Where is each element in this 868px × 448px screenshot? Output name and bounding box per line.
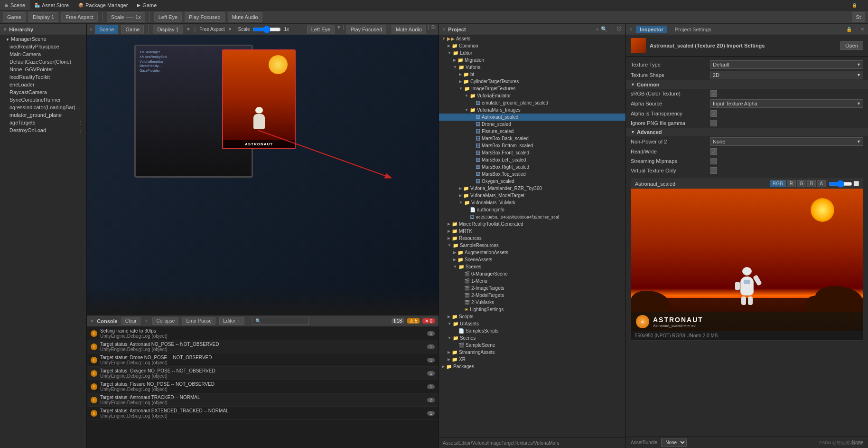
- console-msg-4[interactable]: ! Target status: Fissure NO_POSE -- NOT_…: [87, 380, 439, 393]
- menu-item-scene[interactable]: ⊞ Scene: [0, 0, 30, 10]
- console-msg-5[interactable]: ! Target status: Astronaut TRACKED -- NO…: [87, 393, 439, 407]
- mute-audio-control[interactable]: Mute Audio: [392, 25, 426, 34]
- hierarchy-item-10[interactable]: ageTargets ⋮: [0, 119, 86, 126]
- tree-scenes-sampleres[interactable]: ▼ 📁 Scenes: [439, 263, 625, 270]
- tree-marslander[interactable]: ▶ 📁 Vuforia_Marslander_RZR_Toy360: [439, 185, 625, 192]
- hierarchy-item-2[interactable]: DefaultGazeCursor(Clone): [0, 58, 86, 66]
- open-button[interactable]: Open: [840, 41, 863, 50]
- tree-marsbox-bottom[interactable]: 🖼 MarsBox.Bottom_scaled: [439, 142, 625, 149]
- console-search[interactable]: [252, 317, 309, 325]
- tree-cylinder[interactable]: ▶ 📁 CylinderTargetTextures: [439, 78, 625, 85]
- tree-packages[interactable]: ▶ 📁 Packages: [439, 363, 625, 370]
- project-more-btn[interactable]: ⋮: [609, 26, 615, 32]
- tree-2-image[interactable]: 🎬 2-ImageTargets: [439, 285, 625, 292]
- lock-icon[interactable]: 🔒: [846, 27, 852, 32]
- console-msg-0[interactable]: ! Setting frame rate to 30fps UnityEngin…: [87, 327, 439, 340]
- tree-samplesscripts[interactable]: 📄 SamplesScripts: [439, 327, 625, 334]
- tree-vuforia-emulator[interactable]: ▼ 📁 VuforiaEmulator: [439, 92, 625, 99]
- aspect-selector[interactable]: Free Aspect: [61, 12, 98, 22]
- common-section-header[interactable]: ▼ Common: [626, 80, 868, 89]
- mute-audio-btn[interactable]: Mute Audio: [228, 12, 262, 22]
- left-eye-control[interactable]: Left Eye: [307, 25, 335, 34]
- inspector-more-icon[interactable]: ⋮: [854, 27, 859, 32]
- alpha-source-dropdown[interactable]: Input Texture Alpha ▼: [710, 99, 863, 108]
- tree-vuforiamars-images[interactable]: ▼ 📁 VuforiaMars_Images: [439, 106, 625, 114]
- a-channel-btn[interactable]: A: [817, 180, 826, 187]
- scene-tab-active[interactable]: Scene: [95, 25, 118, 34]
- tree-mrtk[interactable]: ▶ 📁 MRTK: [439, 228, 625, 235]
- tree-imagetarget[interactable]: ▼ 📁 ImageTargetTextures: [439, 85, 625, 92]
- preview-slider[interactable]: [829, 181, 852, 186]
- ignore-png-check[interactable]: [710, 120, 717, 126]
- tree-ec2533[interactable]: 🖼 ec2533ebu...84669b28886a4f32bc7ec_scal: [439, 213, 625, 220]
- project-add-btn[interactable]: +: [596, 26, 598, 32]
- display-btn[interactable]: Display 1: [153, 25, 183, 34]
- tree-marsbox-front[interactable]: 🖼 MarsBox.Front_scaled: [439, 149, 625, 156]
- tree-vuforia[interactable]: ▼ 📁 Vuforia: [439, 64, 625, 71]
- streaming-check[interactable]: [710, 158, 717, 164]
- g-channel-btn[interactable]: G: [797, 180, 806, 187]
- tree-0-manager[interactable]: 🎬 0-ManagerScene: [439, 270, 625, 277]
- texture-type-dropdown[interactable]: Default ▼: [710, 60, 863, 69]
- scale-control[interactable]: Scale ── 1x: [107, 12, 145, 22]
- tree-editor[interactable]: ▼ 📁 Editor: [439, 49, 625, 57]
- alpha-transparency-check[interactable]: ✓: [710, 110, 717, 117]
- tree-streaming[interactable]: ▶ 📁 StreamingAssets: [439, 349, 625, 356]
- menu-item-package-manager[interactable]: 📦 Package Manager: [74, 0, 132, 10]
- console-msg-2[interactable]: ! Target status: Drone NO_POSE -- NOT_OB…: [87, 353, 439, 367]
- console-msg-6[interactable]: ! Target status: Astronaut EXTENDED_TRAC…: [87, 407, 439, 420]
- tree-scripts[interactable]: ▶ 📁 Scripts: [439, 313, 625, 320]
- tree-migration[interactable]: ▶ 📁 Migration: [439, 57, 625, 64]
- hierarchy-item-6[interactable]: RaycastCamera: [0, 88, 86, 96]
- texture-shape-dropdown[interactable]: 2D ▼: [710, 71, 863, 79]
- hierarchy-item-3[interactable]: None_GGVPointer: [0, 66, 86, 73]
- rgb-channel-btn[interactable]: RGB: [770, 180, 786, 187]
- console-msg-3[interactable]: ! Target status: Oxygen NO_POSE -- NOT_O…: [87, 367, 439, 380]
- hierarchy-item-1[interactable]: Main Camera: [0, 50, 86, 58]
- clear-button[interactable]: Clear: [121, 317, 140, 325]
- hierarchy-item-4[interactable]: ixedRealityToolkit: [0, 73, 86, 81]
- tree-vumark[interactable]: ▼ 📁 VuforiaMars_VuMark: [439, 199, 625, 206]
- game-tab[interactable]: Game: [121, 25, 144, 34]
- hierarchy-item-9[interactable]: mulator_ground_plane: [0, 111, 86, 119]
- tree-model-target[interactable]: ▶ 📁 VuforiaMars_ModelTarget: [439, 192, 625, 199]
- inspector-tab[interactable]: Inspector: [636, 26, 667, 33]
- hierarchy-item-0[interactable]: ixedRealityPlayspace: [0, 43, 86, 50]
- console-msg-1[interactable]: ! Target status: Astronaut NO_POSE -- NO…: [87, 340, 439, 353]
- tree-augmentation[interactable]: ▶ 📁 AugmentationAssets: [439, 249, 625, 256]
- tree-mixedreality-gen[interactable]: ▶ 📁 MixedRealityToolkit.Generated: [439, 220, 625, 228]
- inspector-close-icon[interactable]: ✕: [860, 27, 864, 32]
- tree-2-vumarks[interactable]: 🎬 2-VuMarks: [439, 299, 625, 306]
- menu-item-game[interactable]: ▶ Game: [132, 0, 161, 10]
- editor-button[interactable]: Editor ▼: [219, 317, 244, 325]
- tree-sample-resources[interactable]: ▼ 📁 SampleResources: [439, 242, 625, 249]
- tree-marsbox-back[interactable]: 🖼 MarsBox.Back_scaled: [439, 135, 625, 142]
- stats-btn[interactable]: St: [852, 12, 865, 22]
- error-pause-button[interactable]: Error Pause: [182, 317, 215, 325]
- hierarchy-item-7[interactable]: SyncCoroutineRunner: [0, 96, 86, 104]
- project-search-btn[interactable]: 🔍: [601, 26, 607, 32]
- advanced-section-header[interactable]: ▼ Advanced: [626, 128, 868, 136]
- tree-scene-assets[interactable]: ▶ 📁 SceneAssets: [439, 256, 625, 263]
- tree-emulator-ground[interactable]: 🖼 emulator_ground_plane_scaled: [439, 99, 625, 106]
- tree-marsbox-top[interactable]: 🖼 MarsBox.Top_scaled: [439, 171, 625, 178]
- scale-slider[interactable]: [252, 27, 281, 32]
- srgb-check[interactable]: ✓: [710, 90, 717, 97]
- r-channel-btn[interactable]: R: [787, 180, 796, 187]
- npot-dropdown[interactable]: None ▼: [710, 137, 863, 146]
- tree-sample-scene[interactable]: 🎬 SampleScene: [439, 342, 625, 349]
- tree-marsbox-left[interactable]: 🖼 MarsBox.Left_scaled: [439, 156, 625, 163]
- tree-drone[interactable]: 🖼 Drone_scaled: [439, 121, 625, 128]
- virtual-tex-check[interactable]: [710, 167, 717, 174]
- tree-2-model[interactable]: 🎬 2-ModelTargets: [439, 292, 625, 299]
- tree-bt[interactable]: ▶ 📁 bt: [439, 71, 625, 78]
- tree-common[interactable]: ▶ 📁 Common: [439, 42, 625, 49]
- tree-fissure[interactable]: 🖼 Fissure_scaled: [439, 128, 625, 135]
- display-selector[interactable]: Display 1: [28, 12, 58, 22]
- play-focused-control[interactable]: Play Focused: [346, 25, 387, 34]
- tree-assets[interactable]: ▼ ▶▶ Assets: [439, 35, 625, 42]
- play-focused-btn[interactable]: Play Focused: [185, 12, 225, 22]
- hierarchy-item-11[interactable]: DestroyOnLoad ⋮: [0, 126, 86, 134]
- tree-lighting[interactable]: ☀ LightingSettings: [439, 306, 625, 313]
- b-channel-btn[interactable]: B: [807, 180, 816, 187]
